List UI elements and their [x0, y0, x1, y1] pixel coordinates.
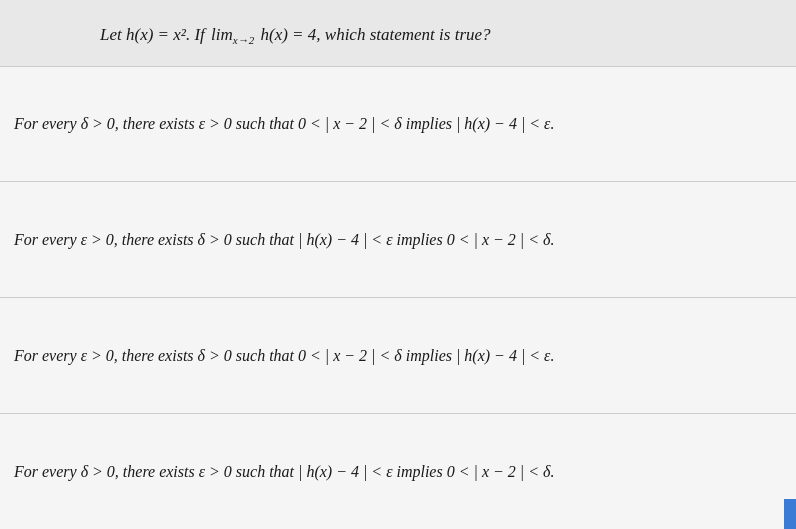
answers-area: For every δ > 0, there exists ε > 0 such… [0, 67, 796, 530]
answer-text-4: For every δ > 0, there exists ε > 0 such… [14, 460, 554, 484]
limit-notation: limx→2 [211, 22, 254, 48]
answer-row-3[interactable]: For every ε > 0, there exists δ > 0 such… [0, 298, 796, 414]
blue-tab-indicator [784, 499, 796, 529]
answer-text-1: For every δ > 0, there exists ε > 0 such… [14, 112, 554, 136]
answer-text-2: For every ε > 0, there exists δ > 0 such… [14, 228, 554, 252]
page: Let h(x) = x². If limx→2 h(x) = 4, which… [0, 0, 796, 529]
answer-text-3: For every ε > 0, there exists δ > 0 such… [14, 344, 554, 368]
question-text: Let h(x) = x². If limx→2 h(x) = 4, which… [100, 22, 766, 48]
answer-row-1[interactable]: For every δ > 0, there exists ε > 0 such… [0, 67, 796, 183]
answer-row-2[interactable]: For every ε > 0, there exists δ > 0 such… [0, 182, 796, 298]
answer-row-4[interactable]: For every δ > 0, there exists ε > 0 such… [0, 414, 796, 529]
question-area: Let h(x) = x². If limx→2 h(x) = 4, which… [0, 0, 796, 67]
